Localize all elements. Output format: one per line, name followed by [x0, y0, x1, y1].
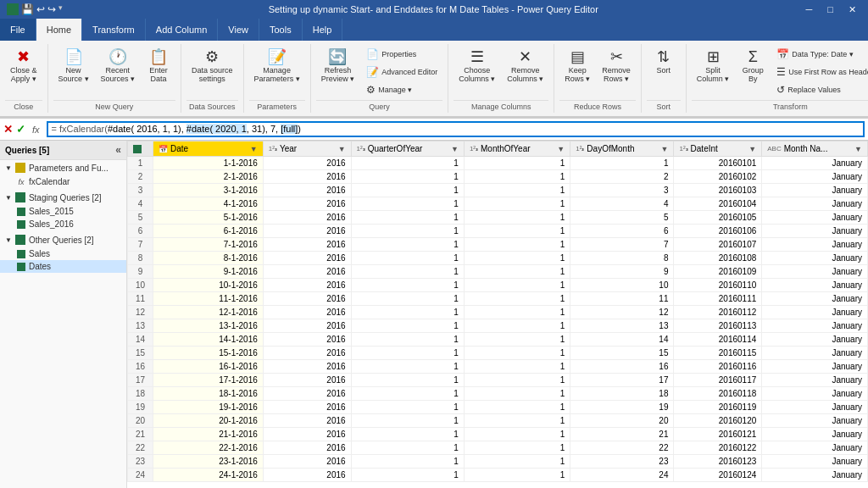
data-source-settings-button[interactable]: ⚙ Data sourcesettings	[186, 46, 238, 86]
tab-add-column[interactable]: Add Column	[146, 19, 219, 41]
tab-file[interactable]: File	[0, 19, 36, 41]
tab-view[interactable]: View	[218, 19, 259, 41]
dateint-type-icon: 1²₃	[679, 145, 687, 152]
query-item-dates[interactable]: Dates	[0, 260, 126, 273]
year-cell: 2016	[263, 401, 351, 414]
qoy-column-header[interactable]: 1²₃ QuarterOfYear ▼	[351, 141, 464, 157]
dateint-filter-icon[interactable]: ▼	[748, 145, 756, 153]
moy-col-label: MonthOfYear	[481, 144, 531, 153]
dateint-cell: 20160119	[674, 401, 762, 414]
close-apply-button[interactable]: ✖ Close &Apply ▾	[5, 46, 42, 86]
query-group-parameters-header[interactable]: ▼ Parameters and Fu...	[0, 160, 126, 175]
monthname-cell: January	[762, 333, 868, 347]
quick-access-arrow[interactable]: ▾	[58, 3, 63, 15]
qoy-cell: 1	[351, 265, 464, 279]
manage-parameters-label: ManageParameters ▾	[254, 66, 300, 83]
query-item-fxcalendar[interactable]: fx fxCalendar	[0, 175, 126, 188]
tab-home[interactable]: Home	[36, 19, 82, 41]
date-cell: 18-1-2016	[153, 387, 264, 401]
undo-icon[interactable]: ↩	[36, 3, 45, 15]
moy-cell: 1	[464, 455, 570, 469]
monthname-cell: January	[762, 157, 868, 170]
sort-button[interactable]: ⇅ Sort	[647, 46, 681, 78]
choose-columns-button[interactable]: ☰ ChooseColumns ▾	[453, 46, 500, 86]
window-buttons[interactable]: ─ □ ✕	[801, 4, 861, 15]
advanced-editor-button[interactable]: 📝Advanced Editor	[361, 64, 442, 80]
group-label-manage-columns: Manage Columns	[453, 100, 548, 111]
moy-filter-icon[interactable]: ▼	[557, 145, 565, 153]
first-row-header-button[interactable]: ☰Use First Row as Headers ▾	[771, 64, 868, 80]
remove-columns-button[interactable]: ✕ RemoveColumns ▾	[502, 46, 548, 86]
refresh-preview-button[interactable]: 🔄 RefreshPreview ▾	[316, 46, 360, 86]
app-icon	[7, 3, 19, 15]
replace-values-button[interactable]: ↺Replace Values	[771, 81, 868, 98]
query-item-sales2015[interactable]: Sales_2015	[0, 205, 126, 218]
query-item-sales[interactable]: Sales	[0, 247, 126, 260]
year-type-icon: 1²₃	[269, 145, 277, 152]
monthname-cell: January	[762, 184, 868, 197]
table-row: 22 22-1-2016 2016 1 1 22 20160122 Januar…	[128, 441, 868, 455]
enter-data-button[interactable]: 📋 EnterData	[142, 46, 175, 86]
table-row: 7 7-1-2016 2016 1 1 7 20160107 January	[128, 238, 868, 252]
monthname-cell: January	[762, 387, 868, 401]
dom-cell: 3	[570, 184, 674, 197]
monthname-filter-icon[interactable]: ▼	[854, 145, 862, 153]
moy-column-header[interactable]: 1²₃ MonthOfYear ▼	[464, 141, 570, 157]
moy-cell: 1	[464, 197, 570, 211]
query-item-sales2016[interactable]: Sales_2016	[0, 218, 126, 230]
formula-cancel-button[interactable]: ✕	[3, 123, 13, 136]
group-by-button[interactable]: Σ GroupBy	[736, 46, 770, 86]
query-group-staging-header[interactable]: ▼ Staging Queries [2]	[0, 190, 126, 205]
properties-button[interactable]: 📄Properties	[361, 46, 442, 63]
close-button[interactable]: ✕	[843, 4, 861, 15]
date-cell: 5-1-2016	[153, 211, 264, 225]
keep-rows-button[interactable]: ▤ KeepRows ▾	[559, 46, 595, 86]
year-cell: 2016	[263, 197, 351, 211]
query-group-other-header[interactable]: ▼ Other Queries [2]	[0, 232, 126, 247]
window-controls[interactable]: 💾 ↩ ↪ ▾	[7, 3, 63, 15]
tab-help[interactable]: Help	[303, 19, 343, 41]
main-area: Queries [5] « ▼ Parameters and Fu... fx …	[0, 141, 868, 488]
data-type-button[interactable]: 📅Data Type: Date ▾	[771, 46, 868, 63]
table-row: 2 2-1-2016 2016 1 1 2 20160102 January	[128, 170, 868, 184]
manage-parameters-button[interactable]: 📝 ManageParameters ▾	[249, 46, 305, 86]
monthname-column-header[interactable]: ABC Month Na... ▼	[762, 141, 868, 157]
data-grid[interactable]: 📅 Date ▼ 1²₃ Year ▼	[127, 141, 868, 488]
year-column-header[interactable]: 1²₃ Year ▼	[263, 141, 351, 157]
moy-cell: 1	[464, 157, 570, 170]
tab-transform[interactable]: Transform	[82, 19, 146, 41]
dom-column-header[interactable]: 1²₃ DayOfMonth ▼	[570, 141, 674, 157]
dom-filter-icon[interactable]: ▼	[661, 145, 669, 153]
qoy-cell: 1	[351, 401, 464, 414]
tab-tools[interactable]: Tools	[259, 19, 303, 41]
new-source-button[interactable]: 📄 NewSource ▾	[53, 46, 94, 86]
qoy-cell: 1	[351, 292, 464, 306]
date-column-header[interactable]: 📅 Date ▼	[153, 141, 264, 157]
year-filter-icon[interactable]: ▼	[338, 145, 346, 153]
qoy-filter-icon[interactable]: ▼	[451, 145, 459, 153]
manage-button[interactable]: ⚙Manage ▾	[361, 81, 442, 98]
split-column-button[interactable]: ⊞ SplitColumn ▾	[692, 46, 735, 86]
dateint-column-header[interactable]: 1²₃ DateInt ▼	[674, 141, 762, 157]
row-num-cell: 7	[128, 238, 153, 252]
query-group-staging: ▼ Staging Queries [2] Sales_2015 Sales_2…	[0, 190, 126, 230]
moy-cell: 1	[464, 441, 570, 455]
redo-icon[interactable]: ↪	[47, 3, 56, 15]
queries-panel-collapse[interactable]: «	[115, 144, 121, 156]
save-icon[interactable]: 💾	[21, 3, 34, 15]
maximize-button[interactable]: □	[822, 4, 838, 15]
keep-rows-label: KeepRows ▾	[565, 66, 590, 83]
year-cell: 2016	[263, 319, 351, 333]
date-filter-icon[interactable]: ▼	[250, 145, 258, 153]
minimize-button[interactable]: ─	[801, 4, 818, 15]
formula-input[interactable]: = fxCalendar(#date( 2016, 1, 1), #date( …	[47, 121, 865, 137]
remove-rows-button[interactable]: ✂ RemoveRows ▾	[597, 46, 636, 86]
staging-group-icon	[15, 192, 25, 202]
date-cell: 15-1-2016	[153, 347, 264, 360]
dom-cell: 9	[570, 265, 674, 279]
dates-label: Dates	[29, 262, 51, 271]
dom-cell: 4	[570, 197, 674, 211]
recent-sources-button[interactable]: 🕐 RecentSources ▾	[96, 46, 141, 86]
formula-confirm-button[interactable]: ✓	[16, 123, 25, 136]
year-cell: 2016	[263, 428, 351, 441]
